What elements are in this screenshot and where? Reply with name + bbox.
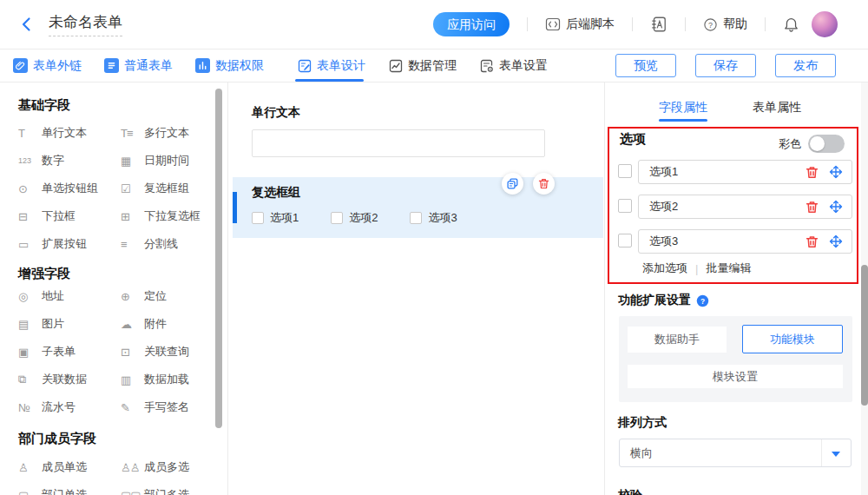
validation-section-title-clipped: 校验	[618, 488, 642, 495]
sidebar-item-image[interactable]: ▤图片	[18, 316, 121, 332]
sidebar-item-signature[interactable]: ✎手写签名	[121, 399, 227, 415]
sidebar-item-relation-data[interactable]: ⧉关联数据	[18, 372, 121, 387]
subform-icon: ▣	[18, 346, 36, 359]
sidebar-item-dept-single[interactable]: ▢部门单选	[18, 487, 121, 495]
selected-checkbox-group-field[interactable]: 复选框组 选项1 选项2 选项3	[233, 177, 603, 238]
help-button[interactable]: ? 帮助	[703, 16, 747, 32]
preview-button[interactable]: 预览	[615, 54, 676, 77]
delete-option-button[interactable]	[806, 235, 819, 248]
sidebar-item-dept-multi[interactable]: ▢▢部门多选	[121, 487, 227, 495]
question-circle-icon: ?	[703, 17, 718, 32]
text-field-input[interactable]	[252, 129, 545, 157]
item-label: 数字	[42, 153, 64, 168]
sidebar-item-subform[interactable]: ▣子表单	[18, 344, 121, 360]
arrangement-dropdown[interactable]: 横向	[619, 439, 852, 467]
app-access-button[interactable]: 应用访问	[433, 12, 510, 36]
item-label: 图片	[42, 316, 64, 332]
person-icon: ♙	[18, 461, 36, 474]
basic-fields-grid: T单行文本 T≡多行文本 123数字 ▦日期时间 ⊙单选按钮组 ☑复选框组 ⊟下…	[18, 119, 227, 258]
form-title[interactable]: 未命名表单	[49, 12, 122, 36]
sidebar-item-select[interactable]: ⊟下拉框	[18, 208, 121, 224]
tab-form-design[interactable]: 表单设计	[297, 50, 365, 82]
duplicate-field-button[interactable]	[502, 173, 523, 195]
divider	[527, 17, 528, 31]
backend-script-button[interactable]: 后端脚本	[545, 16, 615, 32]
option-value-box	[638, 160, 852, 184]
sidebar-item-extend-button[interactable]: ▭扩展按钮	[18, 236, 121, 252]
divider	[685, 17, 686, 31]
serial-number-icon: №	[18, 401, 36, 414]
sidebar-item-member-multi[interactable]: ♙♙成员多选	[121, 459, 227, 475]
option-default-checkbox[interactable]	[618, 234, 632, 248]
tab-data-permission[interactable]: 数据权限	[195, 50, 264, 82]
sidebar-scrollbar-thumb[interactable]	[215, 89, 222, 428]
dropdown-multi-icon: ⊞	[121, 210, 138, 223]
option-default-checkbox[interactable]	[618, 164, 632, 178]
delete-field-button[interactable]	[533, 173, 555, 195]
item-label: 关联查询	[144, 344, 189, 360]
add-option-link[interactable]: 添加选项	[642, 261, 687, 276]
sidebar-item-divider-line[interactable]: ≡分割线	[121, 236, 227, 252]
save-button[interactable]: 保存	[695, 54, 756, 77]
checkbox-unchecked[interactable]	[331, 212, 343, 224]
item-label: 成员多选	[144, 459, 189, 475]
drag-option-handle[interactable]	[829, 165, 843, 179]
sidebar-item-location[interactable]: ⊕定位	[121, 288, 227, 304]
tab-normal-form[interactable]: 普通表单	[104, 50, 173, 82]
tab-label: 表单外链	[33, 58, 82, 74]
delete-option-button[interactable]	[806, 201, 819, 214]
data-helper-button[interactable]: 数据助手	[628, 327, 727, 353]
item-label: 下拉复选框	[144, 208, 201, 224]
sidebar-item-single-line-text[interactable]: T单行文本	[18, 125, 121, 141]
trash-icon	[538, 178, 549, 189]
function-module-button-active[interactable]: 功能模块	[742, 325, 843, 353]
drag-option-handle[interactable]	[829, 234, 843, 248]
back-icon[interactable]	[19, 16, 35, 32]
item-label: 地址	[42, 288, 64, 304]
module-settings-button[interactable]: 模块设置	[628, 365, 843, 388]
image-icon: ▤	[18, 318, 36, 331]
sidebar-item-data-load[interactable]: ▥数据加载	[121, 372, 227, 387]
divider	[765, 17, 766, 31]
sidebar-item-address[interactable]: ◎地址	[18, 288, 121, 304]
tab-field-properties[interactable]: 字段属性	[659, 100, 707, 116]
sidebar-item-member-single[interactable]: ♙成员单选	[18, 459, 121, 475]
sidebar-item-radio-group[interactable]: ⊙单选按钮组	[18, 181, 121, 196]
sidebar-item-relation-query[interactable]: ⊡关联查询	[121, 344, 227, 360]
contacts-book-button[interactable]	[650, 16, 667, 33]
drag-option-handle[interactable]	[829, 200, 843, 214]
option-row	[605, 160, 868, 184]
sidebar-item-number[interactable]: 123数字	[18, 153, 121, 168]
option-value-input[interactable]	[649, 166, 795, 179]
help-question-icon[interactable]: ?	[696, 294, 709, 307]
checkbox-unchecked[interactable]	[410, 212, 422, 224]
notification-bell-icon[interactable]	[783, 16, 799, 33]
batch-edit-link[interactable]: 批量编辑	[706, 261, 751, 276]
publish-button[interactable]: 发布	[775, 54, 836, 77]
tab-form-external-link[interactable]: 表单外链	[13, 50, 82, 82]
sidebar-item-multi-select[interactable]: ⊞下拉复选框	[121, 208, 227, 224]
option-value-input[interactable]	[649, 235, 795, 248]
tab-form-properties[interactable]: 表单属性	[753, 100, 801, 116]
item-label: 单选按钮组	[42, 181, 98, 196]
code-icon	[545, 16, 561, 32]
panel-scrollbar-thumb[interactable]	[861, 265, 868, 406]
sidebar-item-serial-number[interactable]: №流水号	[18, 399, 121, 415]
delete-option-button[interactable]	[806, 166, 819, 179]
option-value-input[interactable]	[649, 201, 795, 214]
sidebar-item-multi-line-text[interactable]: T≡多行文本	[121, 125, 227, 141]
tab-form-settings[interactable]: 表单设置	[479, 50, 548, 82]
tab-data-management[interactable]: 数据管理	[388, 50, 457, 82]
user-avatar[interactable]	[812, 11, 838, 37]
sidebar-item-attachment[interactable]: ☁附件	[121, 316, 227, 332]
sidebar-item-checkbox-group[interactable]: ☑复选框组	[121, 181, 227, 196]
item-label: 附件	[144, 316, 167, 332]
color-toggle-switch-off[interactable]	[808, 135, 845, 153]
option-default-checkbox[interactable]	[618, 199, 632, 213]
checkbox-unchecked[interactable]	[252, 212, 264, 224]
dropdown-divider	[821, 439, 822, 466]
item-label: 复选框组	[144, 181, 189, 196]
sidebar-item-datetime[interactable]: ▦日期时间	[121, 153, 227, 168]
option-value-box	[638, 229, 852, 254]
pill-button-icon: ▭	[18, 238, 36, 251]
